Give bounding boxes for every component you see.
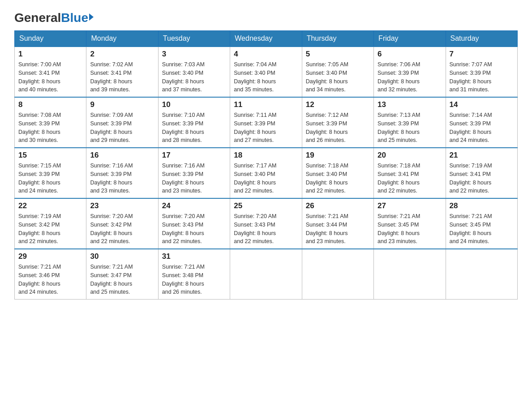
day-number: 2	[90, 50, 154, 59]
calendar-cell: 26Sunrise: 7:21 AMSunset: 3:44 PMDayligh…	[302, 198, 373, 249]
logo-text: General Blue	[14, 11, 94, 25]
calendar-cell: 2Sunrise: 7:02 AMSunset: 3:41 PMDaylight…	[86, 47, 158, 97]
calendar-cell: 10Sunrise: 7:10 AMSunset: 3:39 PMDayligh…	[158, 97, 230, 148]
day-info: Sunrise: 7:21 AMSunset: 3:44 PMDaylight:…	[306, 212, 370, 246]
day-info: Sunrise: 7:21 AMSunset: 3:47 PMDaylight:…	[90, 263, 154, 296]
day-number: 23	[90, 201, 154, 210]
day-info: Sunrise: 7:21 AMSunset: 3:48 PMDaylight:…	[162, 263, 226, 296]
day-info: Sunrise: 7:19 AMSunset: 3:41 PMDaylight:…	[450, 162, 514, 195]
calendar-cell: 4Sunrise: 7:04 AMSunset: 3:40 PMDaylight…	[230, 47, 302, 97]
day-info: Sunrise: 7:18 AMSunset: 3:40 PMDaylight:…	[306, 162, 370, 195]
logo-blue: Blue	[61, 11, 88, 25]
day-info: Sunrise: 7:14 AMSunset: 3:39 PMDaylight:…	[450, 111, 514, 145]
week-row-4: 22Sunrise: 7:19 AMSunset: 3:42 PMDayligh…	[15, 198, 518, 249]
calendar-cell: 20Sunrise: 7:18 AMSunset: 3:41 PMDayligh…	[374, 148, 446, 198]
day-info: Sunrise: 7:08 AMSunset: 3:39 PMDaylight:…	[18, 111, 82, 145]
day-number: 6	[378, 50, 442, 59]
calendar-cell: 17Sunrise: 7:16 AMSunset: 3:39 PMDayligh…	[158, 148, 230, 198]
day-number: 18	[234, 151, 298, 160]
day-number: 25	[234, 201, 298, 210]
day-info: Sunrise: 7:17 AMSunset: 3:40 PMDaylight:…	[234, 162, 298, 195]
day-number: 20	[378, 151, 442, 160]
day-info: Sunrise: 7:20 AMSunset: 3:43 PMDaylight:…	[234, 212, 298, 246]
day-number: 14	[450, 100, 514, 109]
calendar-cell: 7Sunrise: 7:07 AMSunset: 3:39 PMDaylight…	[446, 47, 517, 97]
logo: General Blue	[14, 11, 94, 23]
calendar-cell: 28Sunrise: 7:21 AMSunset: 3:45 PMDayligh…	[446, 198, 517, 249]
calendar-cell: 16Sunrise: 7:16 AMSunset: 3:39 PMDayligh…	[86, 148, 158, 198]
day-number: 8	[18, 100, 82, 109]
day-info: Sunrise: 7:04 AMSunset: 3:40 PMDaylight:…	[234, 60, 298, 94]
day-info: Sunrise: 7:07 AMSunset: 3:39 PMDaylight:…	[450, 60, 514, 94]
day-number: 3	[162, 50, 226, 59]
day-number: 29	[18, 252, 82, 261]
day-info: Sunrise: 7:16 AMSunset: 3:39 PMDaylight:…	[90, 162, 154, 195]
day-number: 10	[162, 100, 226, 109]
day-number: 9	[90, 100, 154, 109]
day-info: Sunrise: 7:03 AMSunset: 3:40 PMDaylight:…	[162, 60, 226, 94]
calendar-cell: 5Sunrise: 7:05 AMSunset: 3:40 PMDaylight…	[302, 47, 373, 97]
calendar-cell	[302, 249, 373, 300]
calendar-cell: 12Sunrise: 7:12 AMSunset: 3:39 PMDayligh…	[302, 97, 373, 148]
calendar-cell: 3Sunrise: 7:03 AMSunset: 3:40 PMDaylight…	[158, 47, 230, 97]
calendar-cell: 13Sunrise: 7:13 AMSunset: 3:39 PMDayligh…	[374, 97, 446, 148]
weekday-header-friday: Friday	[374, 31, 446, 47]
day-number: 13	[378, 100, 442, 109]
calendar-cell: 25Sunrise: 7:20 AMSunset: 3:43 PMDayligh…	[230, 198, 302, 249]
weekday-header-thursday: Thursday	[302, 31, 373, 47]
week-row-1: 1Sunrise: 7:00 AMSunset: 3:41 PMDaylight…	[15, 47, 518, 97]
day-info: Sunrise: 7:00 AMSunset: 3:41 PMDaylight:…	[18, 60, 82, 94]
day-number: 4	[234, 50, 298, 59]
day-number: 26	[306, 201, 370, 210]
week-row-3: 15Sunrise: 7:15 AMSunset: 3:39 PMDayligh…	[15, 148, 518, 198]
day-info: Sunrise: 7:06 AMSunset: 3:39 PMDaylight:…	[378, 60, 442, 94]
day-number: 27	[378, 201, 442, 210]
calendar-cell: 18Sunrise: 7:17 AMSunset: 3:40 PMDayligh…	[230, 148, 302, 198]
weekday-header-monday: Monday	[86, 31, 158, 47]
calendar-cell: 15Sunrise: 7:15 AMSunset: 3:39 PMDayligh…	[15, 148, 86, 198]
day-info: Sunrise: 7:18 AMSunset: 3:41 PMDaylight:…	[378, 162, 442, 195]
calendar-cell: 29Sunrise: 7:21 AMSunset: 3:46 PMDayligh…	[15, 249, 86, 300]
calendar-cell	[230, 249, 302, 300]
calendar-cell: 8Sunrise: 7:08 AMSunset: 3:39 PMDaylight…	[15, 97, 86, 148]
day-info: Sunrise: 7:21 AMSunset: 3:45 PMDaylight:…	[378, 212, 442, 246]
day-info: Sunrise: 7:11 AMSunset: 3:39 PMDaylight:…	[234, 111, 298, 145]
week-row-5: 29Sunrise: 7:21 AMSunset: 3:46 PMDayligh…	[15, 249, 518, 300]
day-number: 15	[18, 151, 82, 160]
calendar-cell: 21Sunrise: 7:19 AMSunset: 3:41 PMDayligh…	[446, 148, 517, 198]
weekday-header-tuesday: Tuesday	[158, 31, 230, 47]
day-number: 1	[18, 50, 82, 59]
day-number: 24	[162, 201, 226, 210]
weekday-header-saturday: Saturday	[446, 31, 517, 47]
week-row-2: 8Sunrise: 7:08 AMSunset: 3:39 PMDaylight…	[15, 97, 518, 148]
calendar-cell: 9Sunrise: 7:09 AMSunset: 3:39 PMDaylight…	[86, 97, 158, 148]
calendar-cell: 1Sunrise: 7:00 AMSunset: 3:41 PMDaylight…	[15, 47, 86, 97]
day-info: Sunrise: 7:16 AMSunset: 3:39 PMDaylight:…	[162, 162, 226, 195]
calendar-cell: 30Sunrise: 7:21 AMSunset: 3:47 PMDayligh…	[86, 249, 158, 300]
day-number: 19	[306, 151, 370, 160]
calendar-cell: 31Sunrise: 7:21 AMSunset: 3:48 PMDayligh…	[158, 249, 230, 300]
calendar-table: SundayMondayTuesdayWednesdayThursdayFrid…	[14, 30, 518, 300]
day-info: Sunrise: 7:19 AMSunset: 3:42 PMDaylight:…	[18, 212, 82, 246]
day-info: Sunrise: 7:20 AMSunset: 3:43 PMDaylight:…	[162, 212, 226, 246]
day-number: 5	[306, 50, 370, 59]
day-info: Sunrise: 7:09 AMSunset: 3:39 PMDaylight:…	[90, 111, 154, 145]
calendar-cell: 24Sunrise: 7:20 AMSunset: 3:43 PMDayligh…	[158, 198, 230, 249]
calendar-cell: 19Sunrise: 7:18 AMSunset: 3:40 PMDayligh…	[302, 148, 373, 198]
calendar-cell: 27Sunrise: 7:21 AMSunset: 3:45 PMDayligh…	[374, 198, 446, 249]
day-number: 12	[306, 100, 370, 109]
day-number: 17	[162, 151, 226, 160]
day-number: 30	[90, 252, 154, 261]
weekday-header-sunday: Sunday	[15, 31, 86, 47]
day-number: 16	[90, 151, 154, 160]
logo-blue-part: Blue	[61, 11, 94, 25]
calendar-cell: 22Sunrise: 7:19 AMSunset: 3:42 PMDayligh…	[15, 198, 86, 249]
logo-general: General	[14, 11, 61, 25]
calendar-cell: 11Sunrise: 7:11 AMSunset: 3:39 PMDayligh…	[230, 97, 302, 148]
day-info: Sunrise: 7:05 AMSunset: 3:40 PMDaylight:…	[306, 60, 370, 94]
day-number: 11	[234, 100, 298, 109]
calendar-cell	[374, 249, 446, 300]
header: General Blue	[14, 11, 518, 23]
weekday-header-wednesday: Wednesday	[230, 31, 302, 47]
day-info: Sunrise: 7:20 AMSunset: 3:42 PMDaylight:…	[90, 212, 154, 246]
